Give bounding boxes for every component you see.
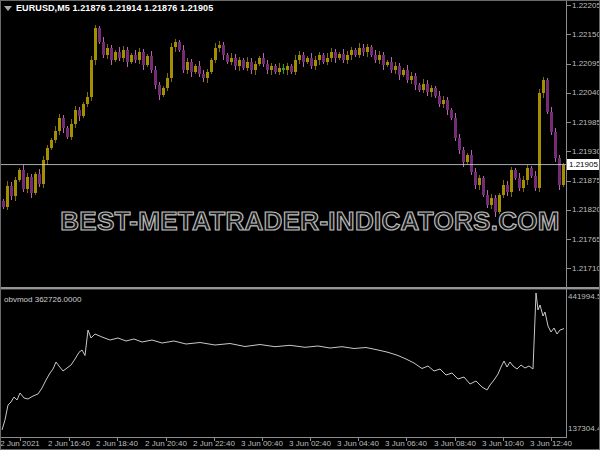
price-axis-label: 1.22040 [572,88,600,97]
time-axis-label: 2 Jun 16:40 [48,439,90,448]
time-axis-label: 3 Jun 00:40 [241,439,283,448]
time-axis-label: 3 Jun 06:40 [385,439,427,448]
price-scale[interactable]: 1.222051.221501.220951.220401.219851.219… [567,0,600,437]
price-axis-label: 1.22205 [572,1,600,10]
chart-title-bar: EURUSD,M5 1.21876 1.21914 1.21876 1.2190… [4,3,213,13]
time-axis-label: 3 Jun 10:40 [482,439,524,448]
time-axis-label: 2 Jun 2021 [0,439,40,448]
price-axis-label: 1.21985 [572,118,600,127]
price-axis-label: 1.22095 [572,59,600,68]
candlestick-series [2,25,565,217]
price-axis-label: 1.21930 [572,147,600,156]
current-price-tag: 1.21905 [567,159,600,170]
time-scale[interactable]: 2 Jun 20212 Jun 16:402 Jun 18:402 Jun 20… [0,438,600,450]
price-axis-label: 1.21765 [572,235,600,244]
time-axis-label: 2 Jun 20:40 [145,439,187,448]
chart-window: BEST-METATRADER-INDICATORS.COM EURUSD,M5… [0,0,600,450]
time-axis-label: 3 Jun 08:40 [434,439,476,448]
time-axis-label: 3 Jun 02:40 [289,439,331,448]
time-axis-label: 3 Jun 04:40 [337,439,379,448]
chart-title: EURUSD,M5 1.21876 1.21914 1.21876 1.2190… [16,3,213,13]
price-axis-label: 1.22150 [572,30,600,39]
price-axis-label: 1.21875 [572,176,600,185]
indicator-scale-min-label: 137304.45 [568,424,600,433]
price-axis-label: 1.21820 [572,205,600,214]
chart-canvas[interactable] [0,0,600,450]
panel-separator[interactable] [0,285,600,291]
time-axis-label: 2 Jun 18:40 [96,439,138,448]
indicator-scale-max-label: 441994.55 [568,292,600,301]
indicator-label: obvmod 362726.0000 [4,295,81,304]
collapse-arrow-icon[interactable] [4,6,12,11]
time-axis-label: 3 Jun 12:40 [530,439,572,448]
price-axis-label: 1.21710 [572,264,600,273]
obv-line [2,293,564,430]
time-axis-label: 2 Jun 22:40 [193,439,235,448]
